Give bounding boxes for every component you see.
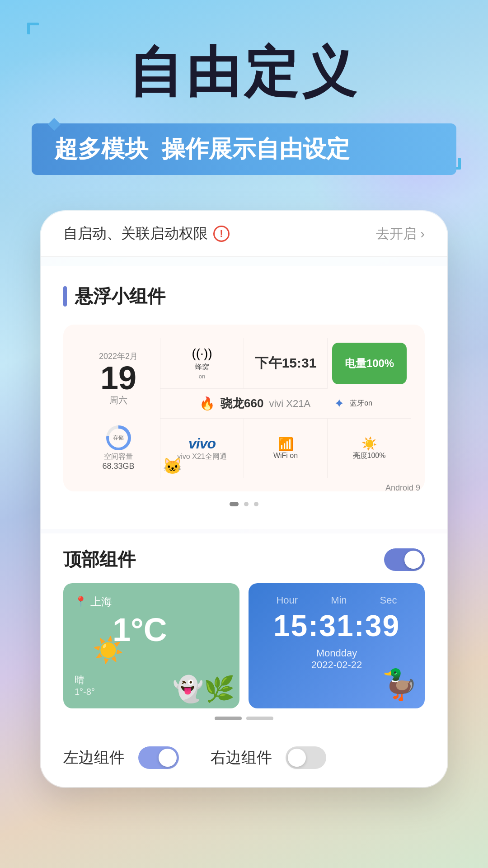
dot-1 (230, 502, 239, 506)
time-cell: 下午15:31 (244, 338, 328, 389)
cat-char: 🐱 (163, 457, 183, 476)
permission-left: 自启动、关联启动权限 ! (63, 224, 230, 244)
section-title-bar (63, 286, 67, 307)
signal-icon: ((·)) (192, 346, 212, 361)
left-widget-label: 左边组件 (63, 747, 125, 768)
wifi-cell: 📶 WiFi on (244, 419, 328, 478)
phone-mockup: 自启动、关联启动权限 ! 去开启 › 悬浮小组件 2022年2月 19 周六 (41, 211, 447, 787)
storage-value: 68.33GB (102, 462, 134, 471)
header-area: 自由定义 超多模块 操作展示自由设定 (0, 0, 488, 193)
min-label: Min (331, 594, 347, 606)
brightness-icon: ☀️ (361, 436, 377, 451)
subtitle-right: 操作展示自由设定 (162, 133, 350, 165)
alert-icon: ! (213, 226, 230, 242)
weather-widget[interactable]: 📍 上海 ☀️ 1°C 晴 1°-8° 👻🌿 (63, 583, 239, 708)
duck-character: 🦆 (381, 667, 418, 702)
signal-label: 蜂窝 on (195, 363, 209, 380)
left-toggle-knob (159, 749, 177, 767)
corner-bracket-tl (27, 23, 47, 43)
dot-3 (254, 502, 258, 506)
widget-dot-1 (215, 717, 242, 720)
sun-icon: ☀️ (93, 636, 124, 665)
chip-device: vivi X21A (269, 398, 310, 410)
dot-2 (244, 502, 249, 506)
widget-pagination (63, 717, 425, 720)
bottom-controls: 左边组件 右边组件 (41, 733, 447, 787)
brightness-label: 亮度100% (353, 451, 386, 461)
widgets-row: 📍 上海 ☀️ 1°C 晴 1°-8° 👻🌿 (63, 583, 425, 708)
permission-banner[interactable]: 自启动、关联启动权限 ! 去开启 › (41, 211, 447, 257)
chip-row: 🔥 骁龙660 vivi X21A ✦ 蓝牙on (160, 389, 411, 419)
subtitle-left: 超多模块 (54, 133, 148, 165)
widget-dot-2 (246, 717, 273, 720)
wifi-icon: 📶 (278, 437, 294, 452)
right-toggle-knob (288, 749, 306, 767)
ghost-character: 👻🌿 (173, 675, 235, 704)
storage-size-label: 空间容量 (104, 452, 133, 462)
clock-labels: Hour Min Sec (260, 594, 413, 606)
date-weekday: 周六 (109, 394, 127, 406)
floating-section-title: 悬浮小组件 (63, 284, 425, 309)
permission-action[interactable]: 去开启 › (376, 225, 425, 243)
date-day: 19 (100, 362, 136, 394)
widget-info-card: 2022年2月 19 周六 ((·)) 蜂窝 on 下午15:31 电量100% (63, 325, 425, 491)
permission-text: 自启动、关联启动权限 (63, 224, 208, 244)
subtitle-banner: 超多模块 操作展示自由设定 (32, 123, 456, 175)
left-widget-toggle[interactable] (138, 746, 179, 769)
top-widget-section: 顶部组件 📍 上海 ☀️ 1°C (41, 533, 447, 733)
battery-cell: 电量100% (332, 343, 407, 384)
sec-label: Sec (380, 594, 397, 606)
brightness-cell: ☀️ 亮度100% (328, 419, 411, 478)
date-block: 2022年2月 19 周六 (77, 338, 160, 419)
vivo-model: vivo X21全网通 (177, 452, 226, 462)
android-label: Android 9 (63, 483, 425, 493)
storage-block: 存储 空间容量 68.33GB (77, 419, 160, 478)
floating-widget-section: 悬浮小组件 2022年2月 19 周六 ((·)) 蜂窝 on (41, 266, 447, 529)
right-widget-label: 右边组件 (211, 747, 272, 768)
right-widget-toggle[interactable] (286, 746, 326, 769)
pagination-dots (63, 502, 425, 506)
bluetooth-label: 蓝牙on (350, 399, 372, 408)
location-icon: 📍 (75, 596, 87, 608)
signal-cell: ((·)) 蜂窝 on (160, 338, 244, 389)
main-title: 自由定义 (32, 36, 456, 110)
storage-inner: 存储 (109, 429, 128, 448)
clock-time: 15:31:39 (260, 609, 413, 643)
top-section-title: 顶部组件 (63, 547, 136, 572)
hour-label: Hour (276, 594, 298, 606)
bluetooth-icon: ✦ (334, 396, 344, 411)
vivo-logo: vivo (188, 435, 216, 452)
phone-container: 自启动、关联启动权限 ! 去开启 › 悬浮小组件 2022年2月 19 周六 (41, 211, 447, 787)
top-widget-row: 顶部组件 (63, 547, 425, 572)
top-widget-toggle[interactable] (384, 548, 425, 571)
toggle-knob (404, 551, 422, 569)
chip-name: 骁龙660 (221, 396, 263, 411)
weather-location: 📍 上海 (75, 594, 228, 609)
storage-circle: 存储 (106, 425, 131, 450)
chip-icon: 🔥 (199, 396, 215, 411)
vivo-block: 🐱 vivo vivo X21全网通 (160, 419, 244, 478)
clock-widget[interactable]: Hour Min Sec 15:31:39 Mondday 2022-02-22… (249, 583, 425, 708)
wifi-label: WiFi on (273, 452, 298, 460)
